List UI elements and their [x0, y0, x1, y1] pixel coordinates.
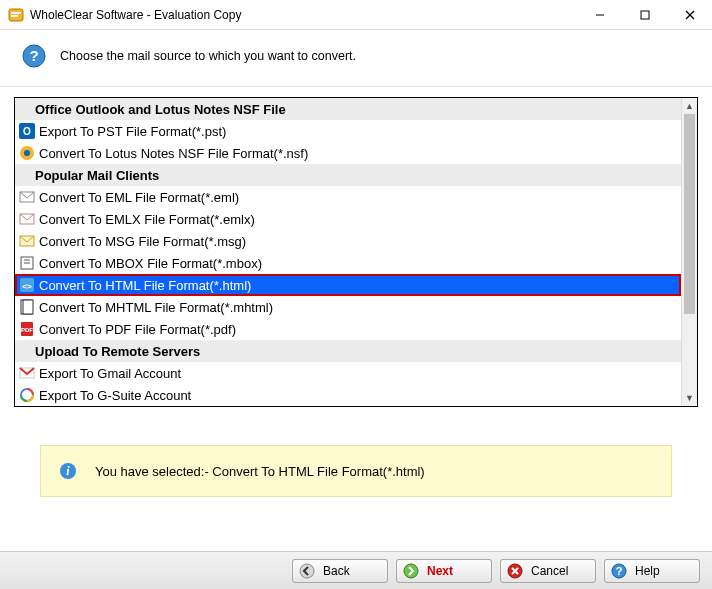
cancel-button[interactable]: Cancel — [500, 559, 596, 583]
item-label: Convert To EMLX File Format(*.emlx) — [39, 212, 255, 227]
header: ? Choose the mail source to which you wa… — [0, 30, 712, 86]
item-label: Convert To MBOX File Format(*.mbox) — [39, 256, 262, 271]
question-icon: ? — [22, 44, 46, 68]
svg-text:?: ? — [29, 47, 38, 64]
info-bar: i You have selected:- Convert To HTML Fi… — [40, 445, 672, 497]
svg-rect-2 — [11, 15, 18, 17]
help-icon: ? — [611, 563, 627, 579]
scroll-up-icon[interactable]: ▲ — [682, 98, 697, 114]
scroll-down-icon[interactable]: ▼ — [682, 390, 697, 406]
group-office: Office Outlook and Lotus Notes NSF File — [15, 98, 681, 120]
item-label: Export To Gmail Account — [39, 366, 181, 381]
back-button[interactable]: Back — [292, 559, 388, 583]
gmail-icon — [19, 365, 35, 381]
scrollbar[interactable]: ▲ ▼ — [681, 98, 697, 406]
item-label: Convert To MSG File Format(*.msg) — [39, 234, 246, 249]
next-icon — [403, 563, 419, 579]
item-label: Export To PST File Format(*.pst) — [39, 124, 226, 139]
item-gsuite[interactable]: Export To G-Suite Account — [15, 384, 681, 406]
item-html[interactable]: <> Convert To HTML File Format(*.html) — [15, 274, 681, 296]
info-text: You have selected:- Convert To HTML File… — [95, 464, 425, 479]
button-label: Help — [635, 564, 660, 578]
button-label: Next — [427, 564, 453, 578]
item-label: Convert To HTML File Format(*.html) — [39, 278, 251, 293]
svg-rect-4 — [641, 11, 649, 19]
item-gmail[interactable]: Export To Gmail Account — [15, 362, 681, 384]
pdf-icon: PDF — [19, 321, 35, 337]
format-list: Office Outlook and Lotus Notes NSF File … — [14, 97, 698, 407]
group-popular: Popular Mail Clients — [15, 164, 681, 186]
svg-point-29 — [300, 564, 314, 578]
svg-text:<>: <> — [22, 282, 32, 291]
svg-text:?: ? — [616, 565, 623, 577]
item-mhtml[interactable]: Convert To MHTML File Format(*.mhtml) — [15, 296, 681, 318]
back-icon — [299, 563, 315, 579]
svg-point-30 — [404, 564, 418, 578]
item-label: Convert To EML File Format(*.eml) — [39, 190, 239, 205]
item-label: Convert To PDF File Format(*.pdf) — [39, 322, 236, 337]
item-nsf[interactable]: Convert To Lotus Notes NSF File Format(*… — [15, 142, 681, 164]
html-icon: <> — [19, 277, 35, 293]
svg-point-12 — [24, 150, 30, 156]
button-label: Back — [323, 564, 350, 578]
scroll-thumb[interactable] — [684, 114, 695, 314]
close-button[interactable] — [667, 0, 712, 30]
button-label: Cancel — [531, 564, 568, 578]
mail-icon — [19, 189, 35, 205]
maximize-button[interactable] — [622, 0, 667, 30]
msg-icon — [19, 233, 35, 249]
separator — [0, 86, 712, 87]
mbox-icon — [19, 255, 35, 271]
item-mbox[interactable]: Convert To MBOX File Format(*.mbox) — [15, 252, 681, 274]
gsuite-icon — [19, 387, 35, 403]
item-msg[interactable]: Convert To MSG File Format(*.msg) — [15, 230, 681, 252]
mail-icon — [19, 211, 35, 227]
item-label: Export To G-Suite Account — [39, 388, 191, 403]
item-emlx[interactable]: Convert To EMLX File Format(*.emlx) — [15, 208, 681, 230]
minimize-button[interactable] — [577, 0, 622, 30]
outlook-icon: O — [19, 123, 35, 139]
svg-rect-1 — [11, 12, 21, 14]
info-icon: i — [59, 462, 77, 480]
window-title: WholeClear Software - Evaluation Copy — [30, 8, 577, 22]
mhtml-icon — [19, 299, 35, 315]
titlebar: WholeClear Software - Evaluation Copy — [0, 0, 712, 30]
footer: Back Next Cancel ? Help — [0, 551, 712, 589]
svg-text:PDF: PDF — [21, 327, 33, 333]
item-label: Convert To MHTML File Format(*.mhtml) — [39, 300, 273, 315]
svg-text:O: O — [23, 126, 31, 137]
header-text: Choose the mail source to which you want… — [60, 49, 356, 63]
item-eml[interactable]: Convert To EML File Format(*.eml) — [15, 186, 681, 208]
svg-rect-22 — [23, 300, 33, 314]
item-pdf[interactable]: PDF Convert To PDF File Format(*.pdf) — [15, 318, 681, 340]
app-icon — [8, 7, 24, 23]
group-remote: Upload To Remote Servers — [15, 340, 681, 362]
lotus-icon — [19, 145, 35, 161]
item-label: Convert To Lotus Notes NSF File Format(*… — [39, 146, 308, 161]
next-button[interactable]: Next — [396, 559, 492, 583]
cancel-icon — [507, 563, 523, 579]
item-pst[interactable]: O Export To PST File Format(*.pst) — [15, 120, 681, 142]
help-button[interactable]: ? Help — [604, 559, 700, 583]
